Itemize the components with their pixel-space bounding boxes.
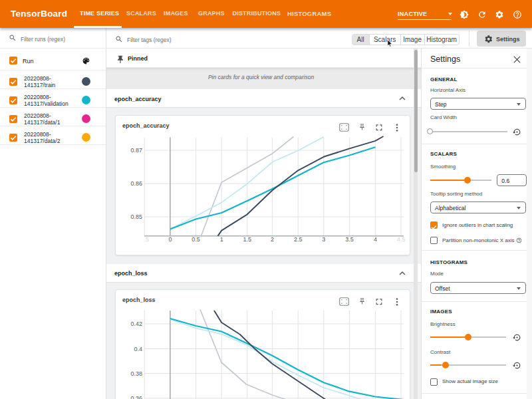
svg-text:0.38: 0.38	[130, 370, 142, 377]
svg-text:0.85: 0.85	[130, 213, 142, 220]
svg-text:0.87: 0.87	[130, 147, 142, 154]
svg-text:2.5: 2.5	[294, 236, 303, 243]
svg-text:4: 4	[374, 236, 377, 243]
svg-text:0.5: 0.5	[192, 236, 200, 243]
svg-text:3: 3	[322, 236, 325, 243]
svg-text:1.5: 1.5	[243, 236, 252, 243]
svg-text:1: 1	[220, 236, 223, 243]
svg-text:0.36: 0.36	[130, 395, 142, 399]
svg-text:0.4: 0.4	[134, 346, 142, 352]
svg-text:0: 0	[168, 236, 172, 243]
svg-text:3.5: 3.5	[345, 236, 354, 243]
svg-text:0.42: 0.42	[130, 321, 142, 327]
svg-text:4.5: 4.5	[397, 236, 406, 243]
svg-text:5: 5	[146, 236, 149, 243]
svg-text:2: 2	[271, 236, 274, 243]
svg-text:0.86: 0.86	[130, 180, 142, 187]
